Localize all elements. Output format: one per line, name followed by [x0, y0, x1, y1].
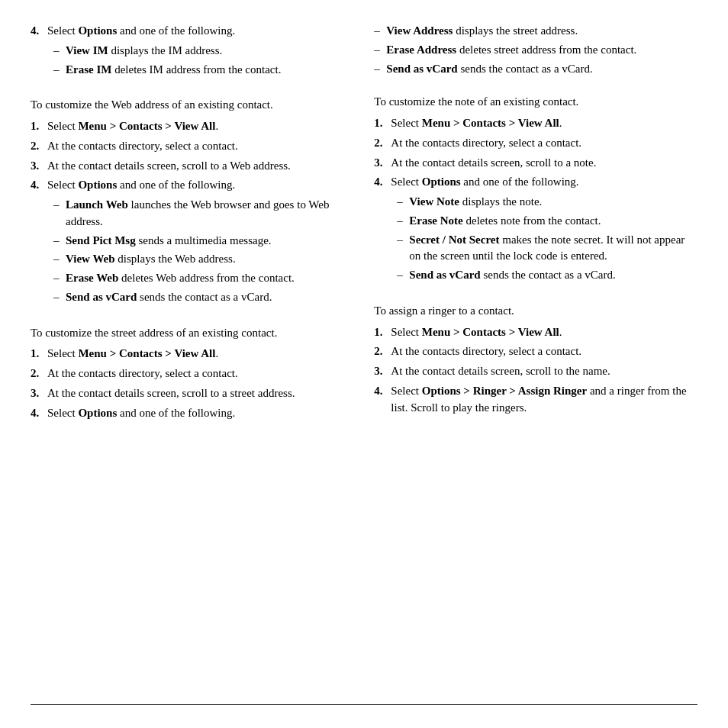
im-sub-list: – View IM displays the IM address. – Era… — [53, 43, 343, 79]
dash-icon: – — [397, 194, 409, 211]
step-content: At the contacts directory, select a cont… — [47, 138, 343, 155]
section-ringer: To assign a ringer to a contact. 1. Sele… — [374, 303, 697, 417]
list-item: 1. Select Menu > Contacts > View All. — [31, 346, 343, 362]
bottom-divider — [31, 704, 697, 705]
erase-note-bold: Erase Note — [409, 214, 462, 227]
step-number: 4. — [31, 177, 47, 308]
step-content: At the contact details screen, scroll to… — [391, 363, 697, 380]
sub-list-item: – View Note displays the note. — [397, 194, 697, 211]
step-number: 1. — [374, 324, 391, 341]
sub-list-item: – View Address displays the street addre… — [374, 23, 697, 40]
list-item: 2. At the contacts directory, select a c… — [31, 366, 343, 382]
sub-list-item: – Launch Web launches the Web browser an… — [53, 197, 343, 230]
sub-list-item: – Send Pict Msg sends a multimedia messa… — [53, 233, 343, 250]
right-column: – View Address displays the street addre… — [366, 23, 697, 689]
list-item: 3. At the contact details screen, scroll… — [374, 363, 697, 380]
step-content: Select Options and one of the following.… — [391, 174, 697, 286]
list-item: 4. Select Options and one of the followi… — [31, 23, 343, 80]
dash-icon: – — [374, 42, 386, 59]
step-number: 4. — [374, 174, 391, 286]
menu-bold: Menu > Contacts > View All — [78, 120, 215, 132]
erase-web-bold: Erase Web — [66, 272, 118, 284]
ringer-steps-list: 1. Select Menu > Contacts > View All. 2.… — [374, 324, 697, 417]
sub-item-content: View Note displays the note. — [409, 194, 697, 211]
step-content: At the contact details screen, scroll to… — [391, 155, 697, 172]
list-item: 3. At the contact details screen, scroll… — [374, 155, 697, 172]
step-number: 4. — [31, 405, 47, 422]
section-street-intro: To customize the street address of an ex… — [31, 325, 343, 342]
im-steps-list: 4. Select Options and one of the followi… — [31, 23, 343, 80]
view-address-bold: View Address — [386, 24, 453, 37]
send-vcard-bold: Send as vCard — [409, 269, 480, 281]
section-im: 4. Select Options and one of the followi… — [31, 23, 343, 80]
options-bold: Options — [78, 179, 117, 191]
sub-list-item: – Secret / Not Secret makes the note sec… — [397, 232, 697, 266]
sub-list-item: – Send as vCard sends the contact as a v… — [374, 61, 697, 78]
view-note-bold: View Note — [409, 195, 459, 208]
step-number: 1. — [31, 118, 47, 135]
list-item: 2. At the contacts directory, select a c… — [374, 135, 697, 152]
step-number: 3. — [374, 363, 391, 380]
list-item: 1. Select Menu > Contacts > View All. — [374, 324, 697, 341]
step-content: At the contact details screen, scroll to… — [47, 158, 343, 175]
sub-item-content: Send as vCard sends the contact as a vCa… — [66, 289, 343, 306]
note-sub-list: – View Note displays the note. – Erase N… — [397, 194, 697, 284]
sub-item-content: View Address displays the street address… — [386, 23, 697, 40]
step-number: 2. — [31, 366, 47, 382]
list-item: 2. At the contacts directory, select a c… — [31, 138, 343, 155]
dash-icon: – — [397, 213, 409, 230]
sub-list-item: – Erase Address deletes street address f… — [374, 42, 697, 59]
sub-item-content: Send Pict Msg sends a multimedia message… — [66, 233, 343, 250]
step-content: Select Menu > Contacts > View All. — [391, 115, 697, 132]
dash-icon: – — [53, 233, 66, 250]
step-content: Select Options > Ringer > Assign Ringer … — [391, 383, 697, 417]
sub-list-item: – Erase IM deletes IM address from the c… — [53, 62, 343, 79]
step-number: 4. — [31, 23, 47, 80]
dash-icon: – — [53, 270, 66, 287]
dash-icon: – — [374, 61, 386, 78]
sub-item-content: Erase Web deletes Web address from the c… — [66, 270, 343, 287]
left-column: 4. Select Options and one of the followi… — [31, 23, 366, 689]
list-item: 3. At the contact details screen, scroll… — [31, 158, 343, 175]
sub-list-item: – View IM displays the IM address. — [53, 43, 343, 60]
sub-item-content: Secret / Not Secret makes the note secre… — [409, 232, 697, 266]
step-number: 4. — [374, 383, 391, 417]
street-sub-list: – View Address displays the street addre… — [374, 23, 697, 77]
step-content: At the contacts directory, select a cont… — [391, 343, 697, 360]
sub-item-content: Send as vCard sends the contact as a vCa… — [409, 267, 697, 284]
secret-bold: Secret / Not Secret — [409, 234, 499, 246]
options-bold: Options — [422, 176, 461, 188]
view-web-bold: View Web — [66, 253, 115, 265]
sub-list-item: – Send as vCard sends the contact as a v… — [397, 267, 697, 284]
options-bold: Options — [78, 24, 117, 37]
options-ringer-bold: Options > Ringer > Assign Ringer — [422, 385, 587, 397]
list-item: 2. At the contacts directory, select a c… — [374, 343, 697, 360]
street-steps-list: 1. Select Menu > Contacts > View All. 2.… — [31, 346, 343, 421]
step-number: 1. — [374, 115, 391, 132]
two-column-layout: 4. Select Options and one of the followi… — [31, 23, 697, 689]
step-content: At the contacts directory, select a cont… — [391, 135, 697, 152]
step-content: Select Menu > Contacts > View All. — [391, 324, 697, 341]
sub-item-content: View Web displays the Web address. — [66, 251, 343, 268]
sub-item-content: Send as vCard sends the contact as a vCa… — [386, 61, 697, 78]
dash-icon: – — [397, 267, 409, 284]
step-number: 2. — [374, 343, 391, 360]
launch-web-bold: Launch Web — [66, 198, 128, 211]
section-street-options: – View Address displays the street addre… — [374, 23, 697, 77]
section-ringer-intro: To assign a ringer to a contact. — [374, 303, 697, 320]
section-note-intro: To customize the note of an existing con… — [374, 94, 697, 111]
list-item: 3. At the contact details screen, scroll… — [31, 385, 343, 402]
sub-item-content: Erase IM deletes IM address from the con… — [66, 62, 343, 79]
dash-icon: – — [53, 289, 66, 306]
step-content: Select Options and one of the following.… — [47, 23, 343, 80]
list-item: 4. Select Options and one of the followi… — [31, 405, 343, 422]
dash-icon: – — [397, 232, 409, 266]
dash-icon: – — [53, 43, 66, 60]
web-steps-list: 1. Select Menu > Contacts > View All. 2.… — [31, 118, 343, 308]
step-number: 3. — [374, 155, 391, 172]
step-number: 2. — [31, 138, 47, 155]
step-number: 1. — [31, 346, 47, 362]
list-item: 4. Select Options > Ringer > Assign Ring… — [374, 383, 697, 417]
sub-list-item: – Erase Web deletes Web address from the… — [53, 270, 343, 287]
sub-list-item: – Send as vCard sends the contact as a v… — [53, 289, 343, 306]
